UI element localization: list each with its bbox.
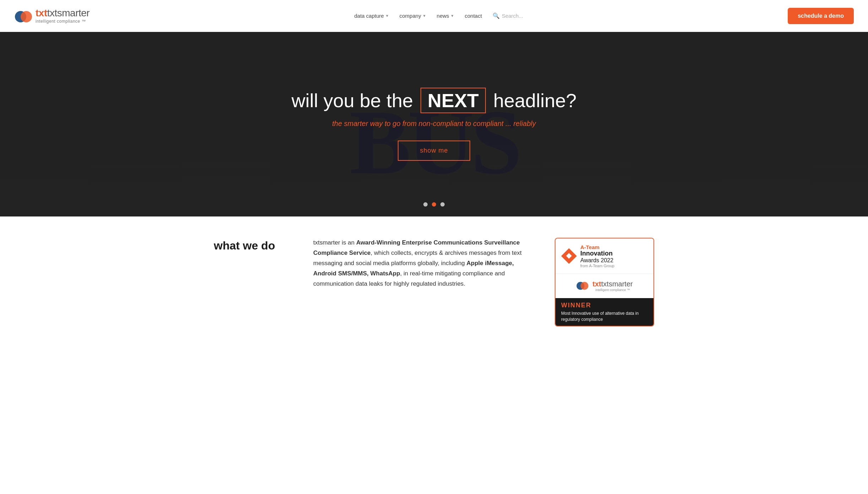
carousel-dot-3[interactable] (440, 202, 445, 207)
nav-news[interactable]: news ▼ (437, 13, 454, 19)
what-we-do-text: txtsmarter is an Award-Winning Enterpris… (313, 238, 533, 289)
award-logo-text: txttxtsmarter intelligent compliance ™ (592, 280, 633, 292)
carousel-dot-2[interactable] (432, 202, 436, 207)
logo[interactable]: txttxtsmarter intelligent compliance ™ (14, 7, 89, 25)
award-winner-desc: Most Innovative use of alternative data … (561, 311, 648, 323)
main-nav: data capture ▼ company ▼ news ▼ contact … (354, 12, 523, 19)
award-logo-icon (576, 279, 589, 293)
what-we-do-section: what we do txtsmarter is an Award-Winnin… (185, 216, 683, 348)
award-from-label: from A-Team Group (580, 264, 614, 268)
logo-tagline: intelligent compliance ™ (36, 19, 89, 24)
award-ateam-label: A-Team (580, 244, 614, 250)
show-me-button[interactable]: show me (398, 141, 470, 161)
carousel-dot-1[interactable] (423, 202, 428, 207)
award-logo-area: txttxtsmarter intelligent compliance ™ (555, 274, 653, 298)
dropdown-arrow-icon: ▼ (385, 14, 389, 18)
award-logo-tagline: intelligent compliance ™ (592, 288, 633, 292)
hero-content: will you be the NEXT headline? the smart… (284, 88, 584, 161)
hero-headline: will you be the NEXT headline? (292, 88, 577, 114)
award-year-label: Awards 2022 (580, 257, 614, 264)
site-header: txttxtsmarter intelligent compliance ™ d… (0, 0, 868, 32)
award-title: A-Team Innovation Awards 2022 from A-Tea… (580, 244, 614, 268)
logo-icon (14, 7, 33, 25)
search-icon: 🔍 (493, 12, 500, 19)
nav-company[interactable]: company ▼ (400, 13, 426, 19)
logo-brand: txttxtsmarter (36, 8, 89, 18)
svg-marker-2 (566, 253, 572, 259)
award-winner-area: WINNER Most Innovative use of alternativ… (555, 298, 653, 326)
hero-subheadline: the smarter way to go from non-compliant… (292, 120, 577, 128)
award-innovation-label: Innovation (580, 250, 614, 257)
carousel-dots (423, 202, 445, 207)
schedule-demo-button[interactable]: schedule a demo (788, 8, 854, 24)
svg-point-4 (581, 282, 588, 290)
ateam-icon (561, 248, 577, 264)
logo-area[interactable]: txttxtsmarter intelligent compliance ™ (14, 7, 89, 25)
svg-point-1 (21, 11, 32, 22)
hero-section: BUS will you be the NEXT headline? the s… (0, 32, 868, 216)
logo-text: txttxtsmarter intelligent compliance ™ (36, 8, 89, 24)
search-placeholder: Search... (502, 13, 523, 19)
what-we-do-label: what we do (214, 238, 292, 252)
nav-contact[interactable]: contact (465, 13, 482, 19)
dropdown-arrow-icon: ▼ (423, 14, 426, 18)
award-top: A-Team Innovation Awards 2022 from A-Tea… (555, 238, 653, 274)
dropdown-arrow-icon: ▼ (451, 14, 454, 18)
award-winner-label: WINNER (561, 302, 648, 309)
search-area[interactable]: 🔍 Search... (493, 12, 523, 19)
nav-data-capture[interactable]: data capture ▼ (354, 13, 389, 19)
award-badge: A-Team Innovation Awards 2022 from A-Tea… (555, 238, 654, 326)
next-word: NEXT (421, 88, 486, 114)
